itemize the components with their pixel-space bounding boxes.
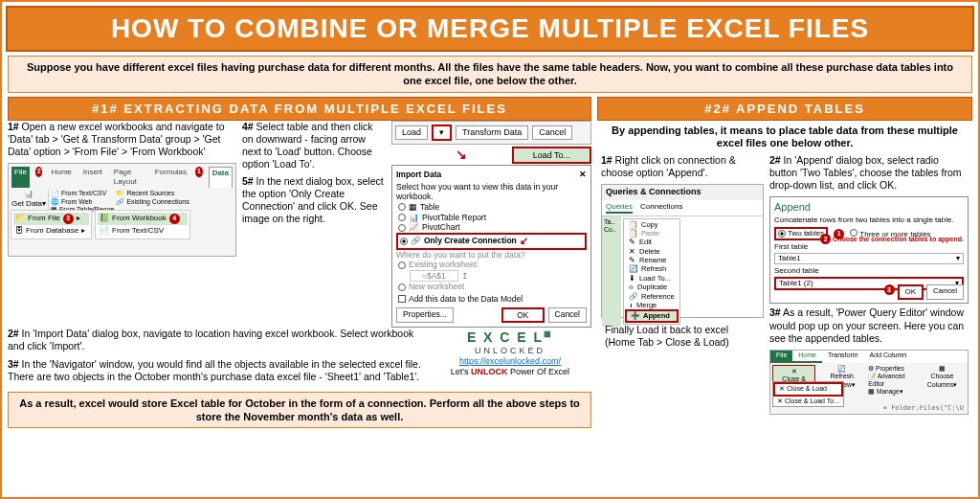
pq-tab-file: File xyxy=(770,351,792,363)
menu-from-web: 🌐 From Web xyxy=(51,198,114,207)
props-button: Properties... xyxy=(396,307,454,324)
website-link[interactable]: https://excelunlocked.com/ xyxy=(459,356,561,366)
cancel-button-2: Cancel xyxy=(548,307,587,324)
dialog-title: Import Data xyxy=(396,170,441,180)
ctx-append: ➕ Append xyxy=(625,309,679,322)
badge-4: 4 xyxy=(169,214,180,224)
step2-1: 1# Right click on connection & choose op… xyxy=(601,154,764,179)
badge-1: 1 xyxy=(195,167,203,177)
ribbon-tab-data: Data xyxy=(209,167,233,188)
opt-connection-row: 🔗 Only Create Connection ↙ xyxy=(396,233,587,250)
section-2: #2# APPEND TABLES By appending tables, i… xyxy=(597,97,972,491)
section-2-header: #2# APPEND TABLES xyxy=(597,97,972,121)
step-1: 1# Open a new excel workbooks and naviga… xyxy=(8,121,236,158)
ctx-edit: ✎ Edit xyxy=(625,238,679,246)
tab-queries: Queries xyxy=(606,202,633,214)
existing-ws: Existing worksheet: xyxy=(409,260,479,270)
step-4: 4# Select table and then click on downwa… xyxy=(242,121,386,171)
menu-recent: 📁 Recent Sources xyxy=(116,190,189,198)
badge-r3: 3 xyxy=(884,284,895,295)
result-note: As a result, excel would store Excel tab… xyxy=(8,392,591,429)
excel-unlocked-logo: E X C E L▦ UNLOCKED https://excelunlocke… xyxy=(429,329,591,388)
section-1: #1# EXTRACTING DATA FROM MULTIPLE EXCEL … xyxy=(8,97,591,491)
arrow-icon: ↘ xyxy=(456,147,467,164)
pq-adv: 📝 Advanced Editor xyxy=(868,373,915,388)
opt-pivot: PivotTable Report xyxy=(422,213,486,223)
pq-props: ⚙ Properties xyxy=(868,365,915,373)
append-ok: OK xyxy=(898,284,924,300)
section-1-header: #1# EXTRACTING DATA FROM MULTIPLE EXCEL … xyxy=(8,97,591,121)
append-dialog: Append Concatenate rows from two tables … xyxy=(769,196,969,304)
opt-table: Table xyxy=(420,202,439,213)
append-sub: Concatenate rows from two tables into a … xyxy=(774,215,964,225)
step2-3: 3# As a result, 'Power Query Editor' win… xyxy=(769,306,969,344)
new-ws: New worksheet xyxy=(409,282,464,292)
drop-close-load-to: ✕ Close & Load To... xyxy=(773,397,843,407)
ribbon-tab-insert: Insert xyxy=(80,167,105,188)
context-menu: 📋 Copy 📋 Paste ✎ Edit ✕ Delete ✎ Rename … xyxy=(623,218,680,325)
close-load-dropdown: ✕ Close & Load ✕ Close & Load To... xyxy=(772,381,844,408)
ribbon-tab-file: File xyxy=(11,167,30,188)
ctx-reference: 🔗 Reference xyxy=(625,292,679,301)
queries-connections-panel: Queries & Connections QueriesConnections… xyxy=(601,184,764,318)
choose-cols: ▦Choose Columns▾ xyxy=(919,365,966,390)
menu-from-file: 📁 From File 3 ▸ xyxy=(13,213,89,225)
intro-text: Suppose you have different excel files h… xyxy=(8,56,972,93)
load-dropdown-icon: ▾ xyxy=(432,125,452,141)
badge-3: 3 xyxy=(63,214,74,224)
formula-bar: = Folder.Files("C:\U xyxy=(883,404,964,413)
load-button: Load xyxy=(395,125,428,140)
power-query-ribbon: File Home Transform Add Column ✕Close & … xyxy=(769,350,969,415)
pq-tab-addcol: Add Column xyxy=(864,351,913,363)
ok-button: OK xyxy=(501,307,544,324)
ctx-merge: ⫞ Merge xyxy=(625,301,679,309)
load-toolbar: Load ▾ Transform Data Cancel xyxy=(391,121,591,145)
add-model: Add this data to the Data Model xyxy=(409,294,523,305)
menu-from-textcsv: 📄 From Text/CSV xyxy=(98,225,188,237)
cell-ref: =$A$1 xyxy=(410,270,458,283)
get-data-btn: 📊Get Data▾ xyxy=(11,190,46,209)
page-title: HOW TO COMBINE OR MERGE MULTIPLE EXCEL F… xyxy=(6,6,974,52)
ctx-paste: 📋 Paste xyxy=(625,229,679,238)
tab-connections: Connections xyxy=(640,202,682,214)
section2-intro: By appending tables, it means to place t… xyxy=(597,121,972,155)
ctx-loadto: ⬇ Load To... xyxy=(625,274,679,283)
ctx-rename: ✎ Rename xyxy=(625,256,679,264)
load-to-option: Load To... xyxy=(512,147,591,164)
menu-existing: 🔗 Existing Connections xyxy=(116,198,189,207)
opt-chart: PivotChart xyxy=(422,222,460,233)
badge-2: 2 xyxy=(35,167,43,177)
where-label: Where do you want to put the data? xyxy=(396,250,587,261)
menu-from-workbook: 📗 From Workbook 4 xyxy=(98,213,188,225)
ctx-refresh: 🔄 Refresh xyxy=(625,264,679,273)
step-3: 3# In the 'Navigator' window, you would … xyxy=(8,358,421,383)
dialog-subtitle: Select how you want to view this data in… xyxy=(396,182,587,202)
append-note: 2 Choose the connection tables to append… xyxy=(820,234,964,244)
step-5: 5# In the next dialog box, select the op… xyxy=(242,175,386,226)
ctx-duplicate: ⌾ Duplicate xyxy=(625,283,679,291)
ribbon-tab-home: Home xyxy=(48,167,74,188)
step-2: 2# In 'Import Data' dialog box, navigate… xyxy=(8,328,421,352)
ctx-delete: ✕ Delete xyxy=(625,247,679,256)
pq-tab-home: Home xyxy=(792,351,822,363)
first-table-label: First table xyxy=(774,242,808,251)
step2-2: 2# In 'Append' dialog box, select radio … xyxy=(769,154,969,192)
append-title: Append xyxy=(774,201,964,215)
close-icon: ✕ xyxy=(579,170,587,180)
drop-close-load: ✕ Close & Load xyxy=(773,382,843,397)
cancel-button: Cancel xyxy=(532,125,572,140)
pq-tab-transform: Transform xyxy=(822,351,864,363)
append-cancel: Cancel xyxy=(926,284,964,300)
import-data-dialog: Import Data✕ Select how you want to view… xyxy=(391,165,591,328)
ribbon-tab-formulas: Formulas xyxy=(152,167,189,188)
second-table-label: Second table xyxy=(774,266,819,275)
pq-manage: ▦ Manage▾ xyxy=(868,388,915,396)
transform-button: Transform Data xyxy=(456,125,528,140)
menu-from-text: 📄 From Text/CSV xyxy=(51,190,114,198)
panel-title: Queries & Connections xyxy=(602,185,763,199)
final-load-note: Finally Load it back to excel (Home Tab … xyxy=(601,324,764,349)
ctx-copy: 📋 Copy xyxy=(625,220,679,229)
first-table-select: Table1▾ xyxy=(774,253,964,264)
ribbon-tab-layout: Page Layout xyxy=(111,167,146,188)
menu-from-db: 🗄 From Database ▸ xyxy=(13,225,89,237)
